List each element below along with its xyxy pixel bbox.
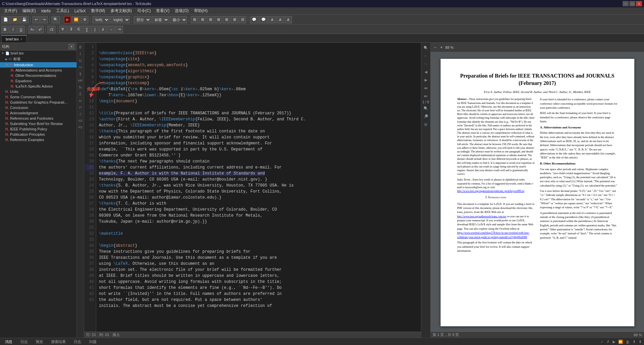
tree-item-latex-advice[interactable]: H. \LaTeX-Specific Advice [0, 84, 76, 89]
maximize-button[interactable]: □ [629, 1, 635, 6]
table-btn-7[interactable]: ⊟ [239, 16, 246, 23]
sym-4[interactable]: ∑ [83, 26, 91, 33]
left-icon-5[interactable]: § [77, 71, 84, 77]
open-file-button[interactable]: 📁 [11, 16, 19, 23]
left-icon-4[interactable]: TZ [77, 64, 84, 70]
left-icon-1[interactable]: B [77, 44, 84, 50]
tree-item-submitting[interactable]: H. Submitting Your Brief for Review [0, 121, 76, 126]
btab-icon-6[interactable]: ⬆ [632, 339, 637, 344]
sym-2[interactable]: ∃ [67, 26, 74, 33]
text-btn-1[interactable]: A [269, 16, 276, 23]
tree-item-units[interactable]: H. Units [0, 89, 76, 94]
comment-btn-2[interactable]: 💬 [259, 16, 268, 23]
btab-icon-3[interactable]: ▶ [612, 339, 616, 344]
sym-1[interactable]: ∀ [59, 26, 66, 33]
comment-btn[interactable]: 💬 [250, 16, 259, 23]
redo-button[interactable]: ↪ [40, 16, 48, 23]
left-paren-select[interactable]: \left( [92, 16, 110, 23]
minimize-button[interactable]: − [623, 1, 629, 6]
menu-latex[interactable]: LaTeX [72, 8, 89, 14]
tree-item-equations[interactable]: H. Equations [0, 78, 76, 84]
right-btn-prev-page[interactable]: ◀ [422, 68, 430, 76]
section-select[interactable]: 部分 [134, 16, 151, 23]
menu-cmd[interactable]: 司令(C) [135, 7, 154, 14]
table-btn-6[interactable]: ⊞ [231, 16, 238, 23]
left-icon-11[interactable]: √ [77, 111, 84, 117]
italic-button[interactable]: I [9, 26, 17, 33]
left-icon-2[interactable]: I [77, 51, 84, 57]
compile-button[interactable]: ▶ [64, 16, 71, 23]
left-icon-AS[interactable]: AS [77, 118, 84, 124]
right-btn-next-page[interactable]: ▶ [422, 76, 430, 84]
left-icon-9[interactable]: x₂ [77, 98, 84, 104]
structure-close-button[interactable]: × [68, 44, 74, 49]
pdf-zoom-out-btn[interactable]: − [433, 44, 438, 50]
menu-idefix[interactable]: Idefix [38, 8, 53, 14]
size-select[interactable]: 极小 [170, 16, 187, 23]
right-btn-2[interactable]: ← [422, 52, 430, 60]
left-icon-3[interactable]: U [77, 58, 84, 64]
undo-button[interactable]: ↩ [32, 16, 40, 23]
label-select[interactable]: 标签 [152, 16, 169, 23]
btab-icon-1[interactable]: ✓ [600, 339, 605, 344]
sym-8[interactable]: ⇒ [116, 26, 123, 33]
menu-tools[interactable]: 工具(L) [53, 7, 72, 14]
menu-file[interactable]: 文件(F) [1, 7, 20, 14]
table-btn-4[interactable]: ⊞ [215, 16, 222, 23]
tree-item-introduction[interactable]: ▼ H. Introduction [0, 62, 76, 68]
tree-item-conclusion[interactable]: H. Conclusion [0, 105, 76, 110]
text-btn-3[interactable]: A [285, 16, 292, 23]
tree-item-other-rec[interactable]: H. Other Recommendations [0, 73, 76, 78]
code-editor[interactable]: \documentclass{IEEEtran} \usepackage{cit… [96, 43, 421, 332]
new-file-button[interactable]: 📄 [1, 16, 10, 23]
tree-item-tags[interactable]: ▶ 🏷 标签 [0, 56, 76, 62]
tab-close-button[interactable]: × [20, 37, 22, 41]
table-btn-2[interactable]: ⊞ [199, 16, 206, 23]
text-btn-2[interactable]: A [277, 16, 284, 23]
settings-button[interactable]: ⚙ [81, 16, 89, 23]
tree-item-brief-tex[interactable]: ▼ 📄 brief.tex [0, 50, 76, 56]
sym-6[interactable]: ∂ [99, 26, 107, 33]
close-button[interactable]: ✕ [636, 1, 642, 6]
right-btn-3[interactable]: → [422, 60, 430, 68]
tree-item-references[interactable]: H. References and Footnotes [0, 116, 76, 121]
right-btn-first[interactable]: ⏮ [422, 84, 430, 92]
menu-view[interactable]: 查看(V) [153, 7, 172, 14]
btab-log2[interactable]: 日志 [70, 338, 85, 345]
left-icon-10[interactable]: x² [77, 104, 84, 110]
btab-icon-5[interactable]: 🗑 [625, 339, 631, 344]
btab-issues[interactable]: 问题 [86, 338, 100, 345]
btab-icon-2[interactable]: ✗ [606, 339, 611, 344]
table-btn-5[interactable]: ⊞ [223, 16, 230, 23]
btab-icon-7[interactable]: ⬇ [638, 339, 643, 344]
tree-item-acknowledgment[interactable]: H. Acknowledgment [0, 110, 76, 116]
sym-7[interactable]: → [107, 26, 115, 33]
sqrt-button[interactable]: √2 [47, 26, 55, 33]
menu-help[interactable]: 帮助(H) [191, 7, 210, 14]
btab-icon-4[interactable]: ⏩ [617, 339, 624, 344]
right-paren-select[interactable]: \right) [110, 16, 130, 23]
right-btn-zoom-out[interactable]: 🔎 [422, 113, 430, 120]
tree-item-ieee-policy[interactable]: H. IEEE Publishing Policy [0, 126, 76, 132]
save-button[interactable]: 💾 [20, 16, 29, 23]
tree-item-mistakes[interactable]: H. Some Common Mistakes [0, 94, 76, 100]
editor-content[interactable]: 12345 678910 1112131415 1617181920 21222… [84, 43, 421, 332]
table-btn-3[interactable]: ⊞ [207, 16, 214, 23]
sub-button[interactable]: x₂ [28, 26, 36, 33]
left-icon-7[interactable]: fx [77, 84, 84, 90]
sym-3[interactable]: ∈ [75, 26, 83, 33]
sym-5[interactable]: ∫ [91, 26, 99, 33]
tab-brief-tex[interactable]: brief.tex × [1, 35, 27, 42]
right-btn-zoom-in[interactable]: 🔍 [422, 105, 430, 112]
menu-edit[interactable]: 编辑(E) [20, 7, 38, 14]
btab-log[interactable]: 日志 [17, 338, 31, 345]
left-icon-6[interactable]: MP [77, 78, 84, 84]
right-btn-last[interactable]: ⏭ [422, 92, 430, 100]
right-btn-1[interactable]: 🔍 [422, 44, 430, 51]
tree-item-pub-principles[interactable]: H. Publication Principles [0, 132, 76, 137]
btab-search[interactable]: 搜索结果 [47, 338, 69, 345]
tree-item-graphics[interactable]: H. Guidelines for Graphics Preparati... [0, 100, 76, 105]
underline-button[interactable]: U [17, 26, 25, 33]
find-button[interactable]: 🔍 [51, 16, 60, 23]
table-btn-1[interactable]: ⊞ [191, 16, 198, 23]
